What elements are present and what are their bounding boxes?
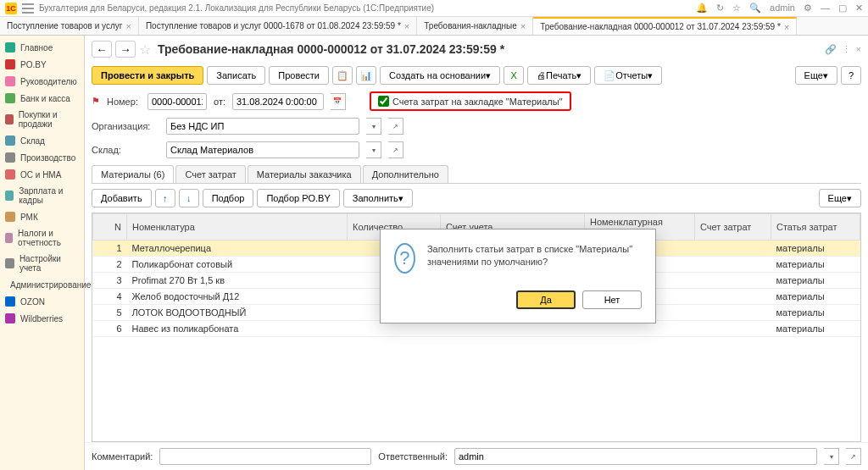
sidebar-item[interactable]: Настройки учета	[0, 251, 84, 276]
favorites-icon[interactable]: ☆	[732, 3, 741, 14]
user-label[interactable]: admin	[770, 3, 795, 14]
sidebar-item[interactable]: Руководителю	[0, 73, 84, 90]
tab-materials[interactable]: Материалы (6)	[92, 165, 174, 183]
select-poby-button[interactable]: Подбор PO.BY	[257, 189, 339, 207]
from-label: от:	[214, 97, 225, 107]
sidebar-item[interactable]: Wildberries	[0, 310, 84, 327]
dropdown-icon[interactable]: ▾	[366, 141, 381, 158]
settings-icon[interactable]: ⚙	[804, 3, 812, 14]
maximize-icon[interactable]: ▢	[838, 3, 847, 14]
tab-additional[interactable]: Дополнительно	[363, 165, 448, 183]
structure-icon[interactable]: 📊	[356, 66, 376, 85]
table-more-button[interactable]: Еще ▾	[819, 189, 861, 207]
move-up-button[interactable]: ↑	[155, 189, 175, 207]
sidebar-item-label: PO.BY	[20, 60, 47, 69]
tab-close-icon[interactable]: ×	[520, 21, 526, 31]
reports-button[interactable]: 📄 Отчеты ▾	[594, 66, 662, 85]
tab-item[interactable]: Поступление товаров и услуг 0000-1678 от…	[139, 17, 417, 35]
more-icon[interactable]: ⋮	[842, 44, 851, 55]
section-icon	[5, 59, 15, 69]
tab-item[interactable]: Требования-накладные×	[417, 17, 533, 35]
checkbox-input[interactable]	[378, 96, 389, 107]
excel-icon[interactable]: X	[504, 66, 524, 85]
more-button[interactable]: Еще ▾	[795, 66, 837, 85]
sidebar-item[interactable]: ОС и НМА	[0, 166, 84, 183]
back-button[interactable]: ←	[92, 41, 112, 58]
sidebar-item[interactable]: Администрирование	[0, 276, 84, 293]
window-close-icon[interactable]: ×	[856, 44, 861, 55]
tab-item[interactable]: Требование-накладная 0000-000012 от 31.0…	[533, 17, 797, 35]
sidebar-item[interactable]: Главное	[0, 39, 84, 56]
tab-item[interactable]: Поступление товаров и услуг×	[0, 17, 139, 35]
confirm-dialog: ? Заполнить статьи затрат в списке "Мате…	[380, 229, 656, 323]
dropdown-icon[interactable]: ▾	[366, 118, 381, 135]
create-based-button[interactable]: Создать на основании ▾	[380, 66, 500, 85]
section-icon	[5, 169, 15, 180]
fill-button[interactable]: Заполнить ▾	[343, 189, 413, 207]
add-button[interactable]: Добавить	[92, 189, 152, 207]
sidebar-item-label: Настройки учета	[19, 254, 79, 273]
col-cost-account[interactable]: Счет затрат	[695, 214, 771, 241]
sidebar-item[interactable]: Зарплата и кадры	[0, 183, 84, 208]
post-button[interactable]: Провести	[269, 66, 329, 85]
open-icon[interactable]: ↗	[846, 448, 861, 465]
star-icon[interactable]: ☆	[139, 41, 151, 58]
sidebar-item[interactable]: Покупки и продажи	[0, 107, 84, 132]
col-n[interactable]: N	[93, 214, 127, 241]
section-icon	[5, 296, 15, 307]
sidebar-item[interactable]: OZON	[0, 293, 84, 310]
sidebar-item[interactable]: Банк и касса	[0, 90, 84, 107]
open-icon[interactable]: ↗	[388, 118, 403, 135]
sidebar-item[interactable]: РМК	[0, 208, 84, 225]
open-icon[interactable]: ↗	[388, 141, 403, 158]
app-logo-icon: 1C	[5, 3, 17, 14]
sidebar-item[interactable]: PO.BY	[0, 56, 84, 73]
sidebar-item-label: Wildberries	[20, 314, 63, 323]
cost-accounts-checkbox[interactable]: Счета затрат на закладке "Материалы"	[370, 91, 571, 111]
titlebar: 1C Бухгалтерия для Беларуси, редакция 2.…	[0, 0, 868, 17]
sidebar-item-label: Производство	[20, 153, 75, 163]
save-button[interactable]: Записать	[207, 66, 265, 85]
sidebar-item-label: OZON	[20, 297, 45, 307]
sidebar-item[interactable]: Склад	[0, 132, 84, 149]
move-down-button[interactable]: ↓	[179, 189, 199, 207]
tab-close-icon[interactable]: ×	[784, 22, 789, 32]
date-input[interactable]	[232, 93, 324, 110]
bell-icon[interactable]: 🔔	[696, 3, 708, 14]
content: ← → ☆ Требование-накладная 0000-000012 о…	[85, 36, 868, 470]
tab-close-icon[interactable]: ×	[125, 21, 131, 31]
tab-customer-materials[interactable]: Материалы заказчика	[248, 165, 361, 183]
no-button[interactable]: Нет	[582, 290, 642, 309]
dk-icon[interactable]: 📋	[332, 66, 353, 85]
tab-close-icon[interactable]: ×	[404, 21, 409, 31]
post-and-close-button[interactable]: Провести и закрыть	[92, 66, 203, 85]
print-button[interactable]: 🖨 Печать ▾	[527, 66, 591, 85]
section-icon	[5, 114, 14, 124]
dropdown-icon[interactable]: ▾	[824, 448, 839, 465]
col-nomenclature[interactable]: Номенклатура	[127, 214, 348, 241]
flag-icon[interactable]: ⚑	[92, 96, 100, 107]
tab-cost-account[interactable]: Счет затрат	[175, 165, 245, 183]
sidebar-item[interactable]: Производство	[0, 149, 84, 166]
calendar-icon[interactable]: 📅	[331, 93, 346, 110]
sidebar-item[interactable]: Налоги и отчетность	[0, 225, 84, 251]
comment-input[interactable]	[159, 448, 371, 465]
forward-button[interactable]: →	[115, 41, 136, 58]
org-label: Организация:	[92, 121, 159, 131]
org-input[interactable]	[166, 118, 359, 135]
responsible-input[interactable]	[454, 448, 817, 465]
close-icon[interactable]: ✕	[855, 3, 863, 14]
link-icon[interactable]: 🔗	[825, 44, 837, 55]
menu-icon[interactable]	[22, 3, 34, 14]
help-button[interactable]: ?	[841, 66, 861, 85]
col-cost-item[interactable]: Статья затрат	[771, 214, 860, 241]
yes-button[interactable]: Да	[516, 290, 576, 309]
app-title: Бухгалтерия для Беларуси, редакция 2.1. …	[39, 3, 691, 13]
minimize-icon[interactable]: —	[821, 3, 830, 14]
search-icon[interactable]: 🔍	[749, 3, 761, 14]
select-button[interactable]: Подбор	[203, 189, 254, 207]
warehouse-input[interactable]	[166, 141, 359, 158]
dialog-text: Заполнить статьи затрат в списке "Матери…	[427, 243, 642, 269]
number-input[interactable]	[147, 93, 207, 110]
history-icon[interactable]: ↻	[716, 3, 724, 14]
